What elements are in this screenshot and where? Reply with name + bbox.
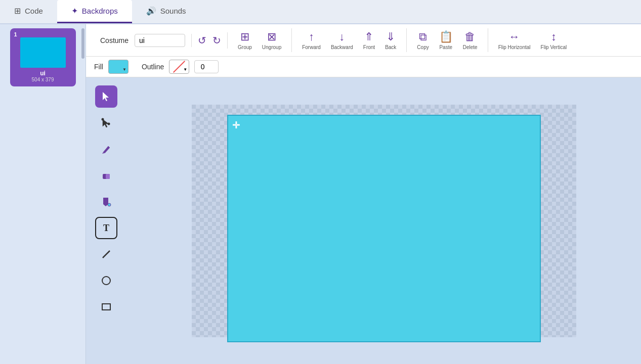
costume-name-label: ui bbox=[40, 70, 46, 77]
costume-number: 1 bbox=[14, 31, 17, 37]
pencil-icon bbox=[101, 144, 112, 155]
costume-field-label: Costume bbox=[100, 36, 129, 44]
delete-button[interactable]: 🗑 Delete bbox=[459, 28, 482, 52]
tab-sounds[interactable]: 🔊 Sounds bbox=[132, 0, 200, 23]
flip-horizontal-button[interactable]: ↔ Flip Horizontal bbox=[494, 28, 535, 52]
fill-swatch-arrow: ▼ bbox=[122, 67, 126, 72]
order-section: ↑ Forward ↓ Backward ⇑ Front ⇓ Back bbox=[292, 28, 407, 52]
code-icon: ⊞ bbox=[14, 6, 21, 16]
eraser-tool-button[interactable] bbox=[95, 164, 117, 187]
main-layout: 1 ui 504 x 379 Costume ↺ ↻ ⊞ Group bbox=[0, 24, 641, 364]
flip-v-icon: ↕ bbox=[551, 30, 557, 43]
outline-size-input[interactable] bbox=[194, 60, 219, 73]
front-icon: ⇑ bbox=[364, 30, 373, 43]
text-tool-button[interactable]: T bbox=[95, 217, 117, 239]
costume-preview bbox=[20, 37, 66, 68]
copy-button[interactable]: ⧉ Copy bbox=[413, 28, 433, 52]
front-button[interactable]: ⇑ Front bbox=[359, 28, 379, 52]
flip-vertical-button[interactable]: ↕ Flip Vertical bbox=[537, 28, 571, 52]
group-icon: ⊞ bbox=[240, 30, 249, 43]
costume-name-input[interactable] bbox=[135, 34, 185, 47]
clipboard-section: ⧉ Copy 📋 Paste 🗑 Delete bbox=[407, 28, 488, 52]
backward-button[interactable]: ↓ Backward bbox=[327, 28, 357, 52]
circle-tool-button[interactable] bbox=[95, 269, 117, 292]
costume-thumbnail[interactable]: 1 ui 504 x 379 bbox=[10, 28, 76, 86]
flip-h-icon: ↔ bbox=[509, 30, 520, 43]
forward-button[interactable]: ↑ Forward bbox=[298, 28, 325, 52]
outline-swatch-arrow: ▼ bbox=[183, 67, 187, 72]
circle-icon bbox=[101, 275, 112, 286]
back-icon: ⇓ bbox=[386, 30, 395, 43]
paste-button[interactable]: 📋 Paste bbox=[435, 28, 457, 52]
svg-rect-9 bbox=[102, 304, 110, 310]
costume-name-row: Costume bbox=[94, 34, 192, 47]
canvas-background[interactable]: ✛ bbox=[192, 105, 576, 337]
sidebar: 1 ui 504 x 379 bbox=[0, 24, 86, 364]
toolbar-top: Costume ↺ ↻ ⊞ Group ⊠ Ungroup bbox=[86, 24, 641, 57]
costume-size-label: 504 x 379 bbox=[32, 77, 54, 82]
canvas-area: T ✛ bbox=[86, 77, 641, 364]
fill-bucket-icon bbox=[101, 196, 112, 207]
copy-icon: ⧉ bbox=[419, 30, 427, 43]
rect-icon bbox=[101, 301, 112, 312]
fill-tool-button[interactable] bbox=[95, 191, 117, 213]
svg-rect-5 bbox=[106, 174, 110, 179]
pencil-tool-button[interactable] bbox=[95, 138, 117, 160]
canvas-crosshair: ✛ bbox=[232, 120, 240, 131]
forward-icon: ↑ bbox=[309, 30, 314, 43]
backdrops-icon: ✦ bbox=[71, 6, 78, 16]
fill-label: Fill bbox=[94, 63, 103, 71]
undo-redo-row: ↺ ↻ bbox=[192, 32, 228, 49]
fill-outline-row: Fill ▼ Outline ▼ bbox=[86, 57, 641, 77]
svg-point-8 bbox=[102, 277, 110, 285]
fill-color-swatch[interactable]: ▼ bbox=[108, 60, 129, 74]
back-button[interactable]: ⇓ Back bbox=[381, 28, 400, 52]
svg-point-3 bbox=[108, 123, 110, 125]
paste-icon: 📋 bbox=[439, 30, 453, 43]
editor-area: Costume ↺ ↻ ⊞ Group ⊠ Ungroup bbox=[86, 24, 641, 364]
ungroup-button[interactable]: ⊠ Ungroup bbox=[258, 28, 285, 52]
line-icon bbox=[101, 249, 112, 260]
line-tool-button[interactable] bbox=[95, 243, 117, 265]
sidebar-scrollbar[interactable] bbox=[81, 28, 84, 59]
eraser-icon bbox=[101, 170, 112, 181]
redo-button[interactable]: ↻ bbox=[210, 32, 223, 49]
ungroup-icon: ⊠ bbox=[267, 30, 276, 43]
canvas-drawing-area[interactable]: ✛ bbox=[227, 115, 541, 342]
group-button[interactable]: ⊞ Group bbox=[234, 28, 256, 52]
outline-color-swatch[interactable]: ▼ bbox=[169, 60, 189, 74]
select-tool-button[interactable] bbox=[95, 85, 117, 108]
sounds-icon: 🔊 bbox=[146, 6, 156, 16]
rect-tool-button[interactable] bbox=[95, 296, 117, 318]
text-tool-icon: T bbox=[103, 223, 109, 234]
tab-code[interactable]: ⊞ Code bbox=[0, 0, 57, 23]
backward-icon: ↓ bbox=[339, 30, 345, 43]
outline-label: Outline bbox=[142, 63, 164, 71]
reshape-icon bbox=[101, 117, 112, 128]
canvas-wrapper: ✛ bbox=[126, 77, 641, 364]
svg-marker-0 bbox=[103, 92, 109, 101]
select-arrow-icon bbox=[101, 91, 112, 102]
undo-button[interactable]: ↺ bbox=[196, 32, 208, 49]
delete-icon: 🗑 bbox=[464, 30, 476, 43]
svg-point-6 bbox=[108, 203, 111, 206]
tab-backdrops[interactable]: ✦ Backdrops bbox=[57, 0, 132, 23]
svg-point-2 bbox=[102, 118, 104, 121]
tabs-bar: ⊞ Code ✦ Backdrops 🔊 Sounds bbox=[0, 0, 641, 24]
group-section: ⊞ Group ⊠ Ungroup bbox=[228, 28, 292, 52]
flip-section: ↔ Flip Horizontal ↕ Flip Vertical bbox=[488, 28, 577, 52]
reshape-tool-button[interactable] bbox=[95, 112, 117, 134]
tools-panel: T bbox=[86, 77, 126, 364]
svg-line-7 bbox=[103, 251, 110, 258]
